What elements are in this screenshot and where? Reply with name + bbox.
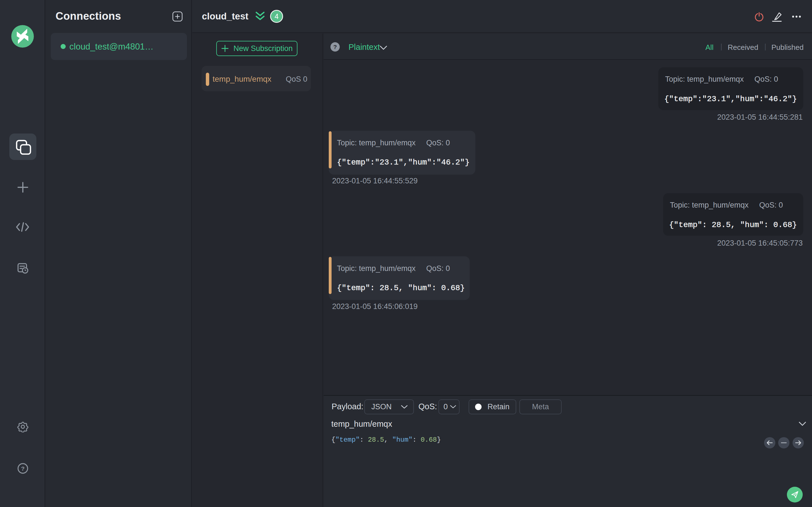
svg-text:?: ? [21, 465, 25, 472]
